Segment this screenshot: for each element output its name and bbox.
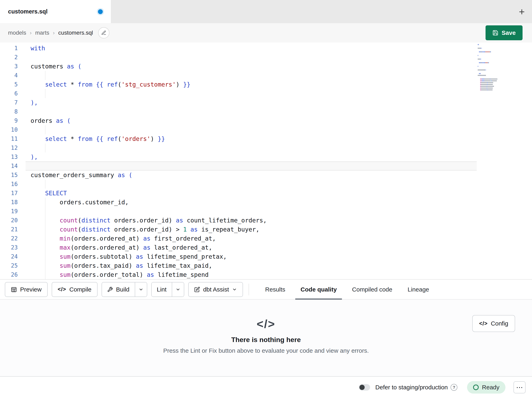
minimap-line <box>478 53 508 54</box>
code-line-11[interactable]: select * from {{ ref('orders') }} <box>25 134 477 143</box>
ready-status-icon <box>473 385 479 390</box>
line-number: 6 <box>0 89 25 98</box>
config-button[interactable]: </> Config <box>472 315 515 332</box>
empty-state-title: There is nothing here <box>231 336 301 344</box>
code-line-17[interactable]: SELECT <box>25 189 477 198</box>
code-line-21[interactable]: count(distinct orders.order_id) > 1 as i… <box>25 225 477 234</box>
ready-status-badge[interactable]: Ready <box>467 381 506 394</box>
file-tab-customers-sql[interactable]: customers.sql <box>0 0 111 23</box>
code-line-13[interactable]: ), <box>25 152 477 162</box>
build-button[interactable]: Build <box>102 282 135 297</box>
code-line-12[interactable] <box>25 143 477 152</box>
minimap-line <box>478 51 508 52</box>
line-number: 14 <box>0 162 25 170</box>
code-line-18[interactable]: orders.customer_id, <box>25 198 477 207</box>
chevron-down-icon <box>232 287 237 292</box>
indent-guide <box>45 143 45 152</box>
code-line-4[interactable] <box>25 71 477 80</box>
defer-toggle[interactable] <box>359 384 370 391</box>
empty-state-subtitle: Press the Lint or Fix button above to ev… <box>163 347 369 354</box>
file-tab-title: customers.sql <box>8 8 48 15</box>
build-dropdown-button[interactable] <box>135 282 147 297</box>
code-line-15[interactable]: customer_orders_summary as ( <box>25 170 477 180</box>
chevron-down-icon <box>176 287 180 292</box>
minimap-line <box>478 46 508 47</box>
code-line-2[interactable] <box>25 53 477 62</box>
preview-button[interactable]: Preview <box>5 282 48 297</box>
ready-label: Ready <box>482 384 500 391</box>
line-number: 19 <box>0 207 25 216</box>
line-number: 21 <box>0 225 25 234</box>
line-number: 9 <box>0 116 25 125</box>
minimap-line <box>478 48 508 49</box>
code-pane[interactable]: withcustomers as ( select * from {{ ref(… <box>25 42 477 279</box>
code-line-20[interactable]: count(distinct orders.order_id) as count… <box>25 216 477 225</box>
save-button[interactable]: Save <box>486 25 523 40</box>
breadcrumb: models›marts›customers.sql <box>8 30 93 36</box>
panel-tab-code-quality[interactable]: Code quality <box>293 280 344 299</box>
line-number: 23 <box>0 243 25 252</box>
minimap-line <box>478 57 508 58</box>
minimap-line <box>478 80 508 81</box>
panel-tab-compiled-code[interactable]: Compiled code <box>344 280 400 299</box>
code-line-9[interactable]: orders as ( <box>25 116 477 125</box>
code-line-26[interactable]: sum(orders.order_total) as lifetime_spen… <box>25 270 477 279</box>
code-line-25[interactable]: sum(orders.tax_paid) as lifetime_tax_pai… <box>25 261 477 270</box>
indent-guide <box>45 198 45 207</box>
code-line-19[interactable] <box>25 207 477 216</box>
code-line-6[interactable] <box>25 89 477 98</box>
config-label: Config <box>491 320 508 327</box>
code-line-16[interactable] <box>25 180 477 189</box>
code-line-24[interactable]: sum(orders.subtotal) as lifetime_spend_p… <box>25 252 477 261</box>
line-number: 20 <box>0 216 25 225</box>
compile-button[interactable]: </> Compile <box>52 282 98 297</box>
breadcrumb-item-marts[interactable]: marts <box>35 30 49 36</box>
code-line-8[interactable] <box>25 107 477 116</box>
indent-guide <box>45 207 45 216</box>
more-options-button[interactable]: ⋯ <box>513 381 526 393</box>
lint-button[interactable]: Lint <box>152 282 172 297</box>
lint-dropdown-button[interactable] <box>172 282 184 297</box>
defer-label: Defer to staging/production <box>375 384 448 391</box>
line-number: 26 <box>0 270 25 279</box>
table-icon <box>11 287 17 293</box>
build-tool-icon <box>107 287 113 292</box>
copilot-button[interactable] <box>98 27 109 39</box>
indent-guide <box>45 180 45 189</box>
minimap-line <box>478 59 508 59</box>
code-line-5[interactable]: select * from {{ ref('stg_customers') }} <box>25 80 477 89</box>
new-tab-button[interactable]: + <box>519 7 525 17</box>
indent-guide <box>45 125 45 134</box>
line-number: 22 <box>0 234 25 243</box>
indent-guide <box>45 270 45 279</box>
breadcrumb-item-models[interactable]: models <box>8 30 26 36</box>
line-number: 17 <box>0 189 25 198</box>
code-line-3[interactable]: customers as ( <box>25 62 477 71</box>
lint-label: Lint <box>157 286 166 293</box>
minimap-line <box>478 44 508 45</box>
code-line-22[interactable]: min(orders.ordered_at) as first_ordered_… <box>25 234 477 243</box>
code-icon: </> <box>479 320 488 327</box>
code-line-23[interactable]: max(orders.ordered_at) as last_ordered_a… <box>25 243 477 252</box>
panel-tab-lineage[interactable]: Lineage <box>400 280 437 299</box>
minimap-line <box>478 68 508 69</box>
code-line-1[interactable]: with <box>25 44 477 53</box>
code-editor[interactable]: 1234567891011121314151617181920212223242… <box>0 42 532 279</box>
minimap-line <box>478 82 508 83</box>
code-icon-large: </> <box>257 318 275 330</box>
line-number: 10 <box>0 125 25 134</box>
build-label: Build <box>116 286 130 293</box>
minimap-line <box>478 69 508 71</box>
preview-label: Preview <box>20 286 42 293</box>
dbt-assist-button[interactable]: dbt Assist <box>188 282 243 297</box>
line-number-gutter: 1234567891011121314151617181920212223242… <box>0 42 25 279</box>
code-line-14[interactable] <box>25 162 477 170</box>
panel-tab-results[interactable]: Results <box>257 280 293 299</box>
code-line-7[interactable]: ), <box>25 98 477 107</box>
indent-guide <box>45 243 45 252</box>
help-icon[interactable]: ? <box>450 384 457 391</box>
minimap[interactable] <box>478 44 508 91</box>
code-line-10[interactable] <box>25 125 477 134</box>
indent-guide <box>45 216 45 225</box>
breadcrumb-item-customers-sql[interactable]: customers.sql <box>58 30 93 36</box>
